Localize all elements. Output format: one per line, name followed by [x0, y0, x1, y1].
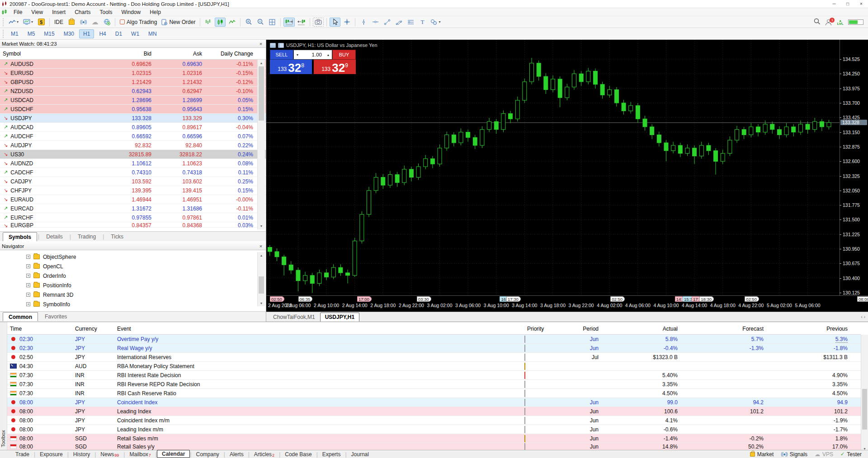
scrollbar-thumb[interactable] [259, 276, 264, 294]
market-watch-row[interactable]: ↗CADCHF0.743100.743180.11% [0, 168, 266, 177]
trendline-tool-button[interactable] [382, 18, 392, 27]
close-button[interactable]: × [854, 0, 868, 8]
tab-trading[interactable]: Trading [72, 232, 102, 241]
calendar-col-forecast[interactable]: Forecast [680, 326, 766, 332]
market-watch-row[interactable]: ↘AUDJPY92.83292.8400.22% [0, 141, 266, 150]
tab-mailbox[interactable]: Mailbox7 [125, 450, 155, 458]
calendar-col-currency[interactable]: Currency [72, 326, 114, 332]
tab-details[interactable]: Details [40, 232, 69, 241]
scroll-down-icon[interactable]: ▼ [258, 223, 265, 229]
event-marker[interactable]: 02:50 [745, 296, 759, 302]
zoom-in-button[interactable] [243, 18, 254, 27]
market-watch-row[interactable]: ↗AUDCAD0.896050.89617-0.04% [0, 123, 266, 132]
chart-tab-scroll-icons[interactable]: ‹ › [861, 314, 865, 319]
event-marker[interactable]: 17:30 [506, 296, 521, 302]
minimize-button[interactable]: ─ [827, 0, 841, 8]
market-watch-row[interactable]: ↘EURGBP0.843570.843680.03% [0, 222, 266, 228]
market-watch-row[interactable]: ↗USDCHF0.956380.956430.15% [0, 105, 266, 114]
market-watch-row[interactable]: ↗AUDUSD0.696260.69630-0.11% [0, 60, 266, 69]
timeframe-w1[interactable]: W1 [127, 29, 143, 38]
calendar-column-headers[interactable]: TimeCurrencyEventPriorityPeriodActualFor… [7, 323, 861, 335]
market-watch-col-bid[interactable]: Bid [104, 51, 154, 57]
event-marker[interactable]: 17:00 [357, 296, 372, 302]
timeframe-h1[interactable]: H1 [79, 29, 94, 38]
calendar-col-period[interactable]: Period [567, 326, 601, 332]
chart-plot-area[interactable] [266, 40, 840, 295]
navigator-item-positioninfo[interactable]: +PositionInfo [0, 280, 266, 290]
tab-code-base[interactable]: Code Base [280, 450, 316, 458]
timeframe-h4[interactable]: H4 [95, 29, 110, 38]
calendar-row[interactable]: 08:00SGDRetail Sales m/mJun-1.4%-0.2%1.8… [7, 434, 861, 443]
tab-favorites[interactable]: Favorites [39, 312, 73, 321]
scroll-up-icon[interactable]: ▲ [258, 60, 265, 66]
time-axis[interactable]: 2 Aug 20222 Aug 06:002 Aug 10:002 Aug 14… [266, 295, 868, 312]
expand-icon[interactable]: + [26, 274, 30, 278]
expand-icon[interactable]: + [26, 264, 30, 268]
market-watch-row[interactable]: ↗EURCHF0.978550.978610.01% [0, 213, 266, 222]
market-watch-row[interactable]: ↘EURAUD1.469441.46951-0.00% [0, 195, 266, 204]
notifications-button[interactable]: 1 [825, 19, 832, 25]
chart-type-button[interactable]: ▾ [7, 18, 20, 27]
chart-list-icon[interactable] [270, 43, 276, 48]
tab-articles[interactable]: Articles2 [250, 450, 279, 458]
status-tester[interactable]: ✓Tester [840, 451, 862, 458]
event-marker[interactable]: 02:50 [610, 296, 625, 302]
search-button[interactable] [814, 18, 821, 26]
expand-icon[interactable]: + [26, 302, 30, 306]
tab-company[interactable]: Company [191, 450, 223, 458]
status-market[interactable]: Market [750, 451, 774, 458]
expand-icon[interactable]: + [26, 255, 30, 259]
chart-profile-button[interactable]: ▾ [21, 18, 35, 27]
shapes-tool-button[interactable]: ▾ [429, 18, 442, 27]
algo-trading-button[interactable]: Algo Trading [118, 18, 159, 27]
market-watch-column-headers[interactable]: SymbolBidAskDaily Change [0, 48, 266, 60]
ide-button[interactable]: IDE [52, 18, 65, 27]
navigator-item-orderinfo[interactable]: +OrderInfo [0, 271, 266, 280]
status-signals[interactable]: ((●))Signals [781, 451, 807, 458]
chart-tab-chowtaifook-m1[interactable]: ChowTaiFook,M1 [268, 313, 320, 322]
crosshair-button[interactable] [341, 18, 352, 27]
calendar-row[interactable]: 07:30INRRBI Interest Rate Decision5.40%4… [7, 371, 861, 380]
menu-item-help[interactable]: Help [145, 9, 165, 16]
tab-symbols[interactable]: Symbols [3, 232, 37, 241]
timeframe-m5[interactable]: M5 [24, 29, 39, 38]
sell-button[interactable]: SELL [270, 50, 293, 60]
calendar-row[interactable]: 08:00JPYLeading Index m/mJun-0.6%-1.7% [7, 425, 861, 434]
market-watch-row[interactable]: ↗NZDUSD0.629430.62947-0.10% [0, 87, 266, 96]
navigator-item-objectsphere[interactable]: +ObjectSphere [0, 252, 266, 262]
calendar-row[interactable]: 07:30INRRBI Reverse REPO Rate Decision3.… [7, 380, 861, 389]
toolbar-grip[interactable] [3, 18, 5, 26]
hline-tool-button[interactable] [370, 18, 381, 27]
auto-scroll-button[interactable] [296, 18, 307, 27]
price-axis[interactable]: 134.525134.250133.975133.700133.425133.1… [840, 40, 868, 295]
menu-item-tools[interactable]: Tools [95, 9, 117, 16]
line-mode-button[interactable] [226, 18, 237, 27]
cursor-button[interactable] [330, 18, 340, 27]
event-marker[interactable]: 02:50 [270, 296, 284, 302]
timeframe-mn[interactable]: MN [144, 29, 161, 38]
calendar-row[interactable]: 02:30JPYOvertime Pay y/yJun5.8%5.7%5.3% [7, 335, 861, 344]
timeframe-m1[interactable]: M1 [7, 29, 23, 38]
event-marker[interactable]: 08:00 [857, 296, 868, 302]
volume-up-icon[interactable]: ▲ [325, 53, 332, 56]
market-watch-col-symbol[interactable]: Symbol [0, 51, 104, 57]
market-watch-row[interactable]: ↘CADJPY103.592103.6020.25% [0, 177, 266, 186]
screenshot-button[interactable] [313, 18, 324, 27]
tab-experts[interactable]: Experts [318, 450, 345, 458]
vps-button[interactable]: ☁ [90, 18, 100, 27]
fibo-tool-button[interactable] [405, 18, 416, 27]
market-watch-row[interactable]: ↘US3032815.8932818.220.24% [0, 150, 266, 159]
calendar-row[interactable]: 08:00SGDRetail Sales y/yJun14.8%50.2%17.… [7, 443, 861, 450]
event-marker[interactable]: 06:35 [298, 296, 313, 302]
shift-end-button[interactable] [283, 18, 295, 27]
market-watch-row[interactable]: ↘AUDNZD1.106121.106230.08% [0, 159, 266, 168]
market-button[interactable] [66, 18, 77, 27]
timeframe-m15[interactable]: M15 [40, 29, 58, 38]
volume-down-icon[interactable]: ▼ [294, 53, 301, 56]
new-order-button[interactable]: New Order [160, 18, 197, 27]
tab-exposure[interactable]: Exposure [35, 450, 67, 458]
calendar-row[interactable]: 02:30JPYReal Wage y/yJun-0.4%-1.3%-1.8% [7, 344, 861, 353]
status-vps[interactable]: ☁VPS [815, 451, 833, 458]
market-watch-row[interactable]: ↗AUDCHF0.665920.665960.07% [0, 132, 266, 141]
menu-item-charts[interactable]: Charts [70, 9, 95, 16]
